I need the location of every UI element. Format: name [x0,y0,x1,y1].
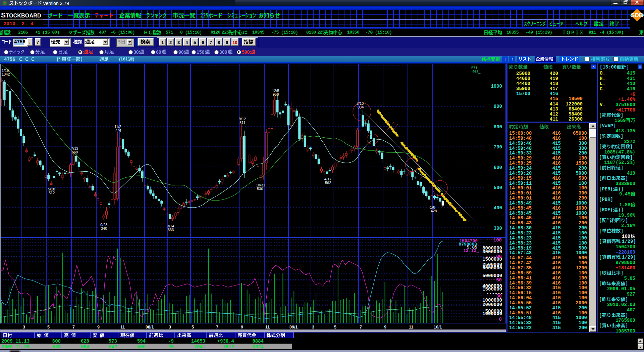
svg-text:800: 800 [494,124,502,130]
svg-text:12.12_: 12.12_ [463,248,479,253]
svg-text:1000: 1000 [491,84,502,89]
svg-text:10/1: 10/1 [434,325,442,329]
svg-text:1042: 1042 [2,72,10,76]
svg-text:950: 950 [273,92,279,96]
svg-text:5: 5 [192,325,194,329]
svg-text:5: 5 [47,325,50,329]
svg-text:80: 80 [496,254,502,259]
svg-text:468_: 468_ [472,70,481,74]
svg-text:300: 300 [494,226,502,231]
svg-text:6000000: 6000000 [482,265,502,271]
svg-text:884: 884 [358,105,364,109]
svg-text:11: 11 [409,325,413,329]
svg-text:3: 3 [169,325,171,329]
svg-text:100: 100 [493,237,502,243]
svg-text:900: 900 [494,104,502,109]
svg-text:9: 9 [97,325,100,329]
svg-text:428: 428 [431,209,437,213]
svg-text:9: 9 [241,325,243,329]
svg-text:669: 669 [72,150,78,154]
svg-text:5: 5 [334,325,336,329]
svg-text:3: 3 [312,325,314,329]
svg-text:600: 600 [494,165,502,170]
svg-text:50: 50 [496,277,502,283]
svg-text:811: 811 [239,121,246,125]
svg-text:9: 9 [384,325,386,329]
svg-text:530: 530 [257,187,263,191]
svg-text:11: 11 [265,325,270,329]
svg-text:08/1: 08/1 [146,325,154,329]
svg-text:700: 700 [494,144,502,150]
svg-text:09/1: 09/1 [289,325,298,329]
svg-text:500: 500 [494,185,502,190]
svg-text:7: 7 [216,325,218,329]
svg-text:0: 0 [499,317,502,322]
svg-text:774: 774 [115,128,121,132]
svg-text:400: 400 [494,205,502,211]
svg-text:7: 7 [360,325,362,329]
svg-text:512: 512 [49,191,55,195]
svg-text:7: 7 [72,325,75,329]
svg-text:333: 333 [168,228,174,232]
svg-text:30: 30 [496,294,502,299]
svg-text:562: 562 [325,181,331,185]
svg-text:11: 11 [120,325,125,329]
svg-text:3: 3 [23,325,25,329]
svg-text:SDB: SDB [631,12,643,18]
svg-text:1000000: 1000000 [482,311,502,316]
svg-text:340: 340 [101,226,107,230]
svg-text:2000000: 2000000 [482,302,502,307]
